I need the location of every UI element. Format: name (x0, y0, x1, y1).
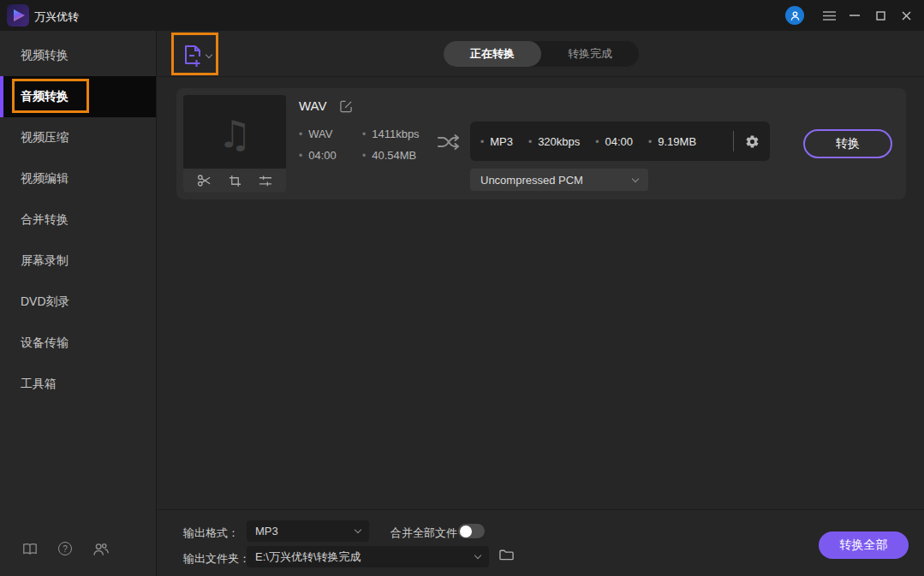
minimize-button[interactable] (842, 0, 867, 31)
app-title: 万兴优转 (34, 9, 79, 25)
add-file-icon (182, 45, 201, 68)
target-format: MP3 (480, 135, 513, 148)
merge-all-toggle[interactable] (458, 524, 485, 538)
tab-finished[interactable]: 转换完成 (541, 41, 639, 67)
close-button[interactable] (893, 0, 919, 31)
rename-edit-icon[interactable] (340, 100, 353, 113)
tab-converting[interactable]: 正在转换 (444, 41, 541, 67)
titlebar: 万兴优转 (0, 0, 924, 31)
source-bitrate: 1411kbps (362, 128, 420, 140)
chevron-down-icon (474, 552, 481, 559)
codec-select[interactable]: Uncompressed PCM (470, 169, 648, 191)
file-thumbnail: ♫ (183, 95, 286, 193)
target-info-box: MP3 320kbps 04:00 9.19MB (470, 122, 770, 161)
sidebar-item-audio-convert[interactable]: 音频转换 (0, 76, 156, 117)
toggle-knob (460, 526, 472, 537)
crop-icon[interactable] (229, 175, 241, 187)
chevron-down-icon (206, 50, 212, 57)
chevron-down-icon (355, 526, 361, 533)
sidebar-item-screen-record[interactable]: 屏幕录制 (0, 240, 156, 282)
merge-all-label: 合并全部文件 (390, 526, 457, 541)
sidebar-item-video-convert[interactable]: 视频转换 (0, 35, 156, 76)
source-format: WAV (299, 128, 362, 140)
convert-all-button[interactable]: 转换全部 (819, 531, 909, 559)
toolbar-divider (158, 76, 924, 77)
user-avatar-icon[interactable] (785, 6, 804, 25)
target-bitrate: 320kbps (528, 135, 580, 148)
divider (733, 131, 734, 151)
sidebar-item-device-transfer[interactable]: 设备传输 (0, 323, 156, 364)
effects-sliders-icon[interactable] (259, 175, 272, 187)
source-info: WAV 1411kbps 04:00 40.54MB (299, 128, 420, 162)
sidebar: 视频转换 音频转换 视频压缩 视频编辑 合并转换 屏幕录制 DVD刻录 设备传输… (0, 31, 157, 576)
output-format-label: 输出格式： (183, 526, 239, 541)
main-panel: 正在转换 转换完成 ♫ (158, 31, 924, 576)
maximize-button[interactable] (867, 0, 893, 31)
file-card: ♫ (176, 88, 906, 199)
chevron-down-icon (632, 175, 639, 181)
manual-book-icon[interactable] (22, 543, 38, 555)
file-title: WAV (299, 98, 327, 113)
add-file-button[interactable] (176, 38, 218, 74)
thumb-toolbar (183, 169, 286, 193)
output-folder-select[interactable]: E:\万兴优转\转换完成 (247, 546, 489, 567)
help-icon[interactable]: ? (58, 542, 72, 555)
target-duration: 04:00 (595, 135, 633, 148)
output-format-select[interactable]: MP3 (247, 520, 369, 542)
sidebar-item-toolbox[interactable]: 工具箱 (0, 364, 156, 405)
footer-divider (158, 509, 924, 510)
browse-folder-icon[interactable] (499, 549, 514, 561)
app-logo-icon (7, 4, 29, 27)
settings-gear-icon[interactable] (745, 134, 760, 149)
convert-button[interactable]: 转换 (803, 129, 892, 158)
community-icon[interactable] (92, 543, 109, 555)
sidebar-item-video-compress[interactable]: 视频压缩 (0, 117, 156, 158)
music-note-icon: ♫ (183, 112, 286, 156)
sidebar-item-video-edit[interactable]: 视频编辑 (0, 158, 156, 199)
sidebar-item-dvd-burn[interactable]: DVD刻录 (0, 282, 156, 323)
menu-icon[interactable] (816, 0, 842, 31)
convert-arrows-icon (437, 131, 460, 153)
source-size: 40.54MB (362, 149, 420, 162)
output-folder-label: 输出文件夹： (183, 551, 250, 567)
convert-status-tabs: 正在转换 转换完成 (444, 41, 639, 67)
source-duration: 04:00 (299, 149, 362, 162)
sidebar-item-merge-convert[interactable]: 合并转换 (0, 199, 156, 240)
trim-scissors-icon[interactable] (197, 174, 212, 187)
target-size: 9.19MB (648, 135, 696, 148)
